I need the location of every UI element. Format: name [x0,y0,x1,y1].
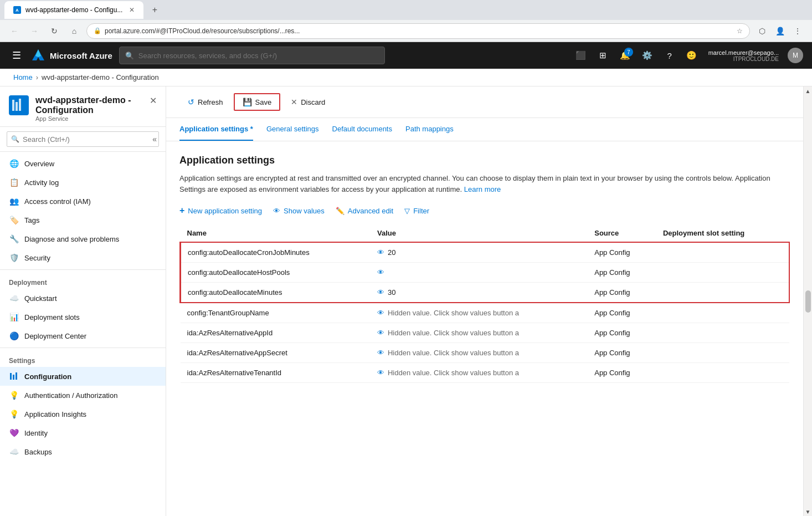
table-row[interactable]: ida:AzResAlternativeAppSecret 👁 Hidden v… [181,343,790,363]
star-icon[interactable]: ☆ [737,27,743,35]
tab-application-settings[interactable]: Application settings * [179,118,253,141]
table-row[interactable]: config:autoDeallocateMinutes 👁 30 App Co… [181,283,790,303]
sidebar-label-diagnose: Diagnose and solve problems [24,235,119,243]
learn-more-link[interactable]: Learn more [464,185,501,193]
notifications-button[interactable]: 🔔 7 [615,45,635,65]
right-scrollbar[interactable]: ▲ ▼ [803,86,812,516]
tab-default-documents[interactable]: Default documents [332,118,392,141]
sidebar-section-deployment: Deployment [0,272,166,289]
sidebar-item-deployment-center[interactable]: 🔵 Deployment Center [0,326,166,345]
setting-deployment [656,323,789,343]
sidebar-item-auth-authorization[interactable]: 💡 Authentication / Authorization [0,386,166,405]
hamburger-menu[interactable]: ☰ [9,46,24,65]
sidebar-item-access-control[interactable]: 👥 Access control (IAM) [0,192,166,211]
security-icon: 🛡️ [9,253,19,263]
address-bar[interactable]: 🔒 portal.azure.com/#@ITProCloud.de/resou… [86,23,750,39]
table-row[interactable]: ida:AzResAlternativeTenantId 👁 Hidden va… [181,363,790,383]
sidebar-item-activity-log[interactable]: 📋 Activity log [0,173,166,192]
tab-close-icon[interactable]: ✕ [129,6,135,14]
global-search-input[interactable] [138,52,379,60]
sidebar-item-security[interactable]: 🛡️ Security [0,248,166,267]
sidebar-item-identity[interactable]: 💜 Identity [0,423,166,442]
menu-button[interactable]: ⋮ [790,23,805,39]
sidebar-item-diagnose[interactable]: 🔧 Diagnose and solve problems [0,229,166,248]
table-row[interactable]: config:TenantGroupName 👁 Hidden value. C… [181,303,790,323]
portal-menu-button[interactable]: ⊞ [593,45,613,65]
plus-icon: + [179,206,184,216]
tab-general-settings[interactable]: General settings [266,118,319,141]
refresh-button[interactable]: ↺ Refresh [179,94,232,110]
save-button[interactable]: 💾 Save [234,93,281,111]
forward-button[interactable]: → [27,23,42,39]
new-tab-button[interactable]: + [147,2,162,18]
tags-icon: 🏷️ [9,215,19,225]
global-search-bar[interactable]: 🔍 [119,47,385,64]
diagnose-icon: 🔧 [9,234,19,244]
eye-icon: 👁 [273,207,280,215]
search-icon: 🔍 [125,52,134,60]
sidebar-item-deployment-slots[interactable]: 📊 Deployment slots [0,308,166,326]
sidebar-item-configuration[interactable]: Configuration [0,367,166,386]
user-info: marcel.meurer@sepago... ITPROCLOUD.DE [704,49,783,62]
new-application-setting-button[interactable]: + New application setting [179,206,262,216]
sidebar-item-backups[interactable]: ☁️ Backups [0,442,166,461]
home-button[interactable]: ⌂ [66,23,82,39]
url-text: portal.azure.com/#@ITProCloud.de/resourc… [105,27,300,35]
advanced-edit-button[interactable]: ✏️ Advanced edit [336,207,393,215]
settings-button[interactable]: ⚙️ [638,45,657,65]
user-avatar[interactable]: M [788,48,803,63]
scroll-thumb[interactable] [805,290,811,313]
discard-button[interactable]: ✕ Discard [282,94,333,110]
feedback-button[interactable]: 🙂 [682,45,702,65]
setting-source: App Config [588,343,656,363]
breadcrumb: Home › wvd-appstarter-demo - Configurati… [0,69,812,86]
toolbar: ↺ Refresh 💾 Save ✕ Discard [166,86,803,118]
tab-path-mappings[interactable]: Path mappings [405,118,454,141]
setting-name: config:autoDeallocateHostPools [181,263,371,283]
sidebar-search-input[interactable] [7,131,159,147]
sidebar-label-identity: Identity [24,429,48,437]
profile-button[interactable]: 👤 [772,23,788,39]
table-row[interactable]: config:autoDeallocateHostPools 👁 App Con… [181,263,790,283]
breadcrumb-home[interactable]: Home [13,73,33,81]
sidebar-item-tags[interactable]: 🏷️ Tags [0,211,166,229]
back-button[interactable]: ← [7,23,22,39]
browser-action-buttons: ⬡ 👤 ⋮ [754,23,805,39]
user-org: ITPROCLOUD.DE [733,56,779,62]
sidebar-label-activity-log: Activity log [24,178,59,187]
quickstart-icon: ☁️ [9,293,19,303]
azure-logo-icon [31,48,45,63]
sidebar-item-application-insights[interactable]: 💡 Application Insights [0,405,166,423]
panel-title-group: wvd-appstarter-demo - Configuration App … [35,95,143,122]
filter-button[interactable]: ▽ Filter [404,207,429,215]
question-icon: ? [667,51,672,60]
tab-label-general-settings: General settings [266,125,319,133]
tab-label-application-settings: Application settings [179,125,248,133]
table-row[interactable]: config:autoDeallocateCronJobMinutes 👁 20… [181,242,790,263]
scroll-up-arrow[interactable]: ▲ [804,86,813,95]
setting-source: App Config [588,242,656,263]
refresh-button[interactable]: ↻ [47,23,62,39]
overview-icon: 🌐 [9,159,19,168]
help-button[interactable]: ? [660,45,680,65]
table-row[interactable]: ida:AzResAlternativeAppId 👁 Hidden value… [181,323,790,343]
scroll-down-arrow[interactable]: ▼ [804,507,813,516]
setting-value: 👁 Hidden value. Click show values button… [371,343,588,363]
sidebar-label-overview: Overview [24,160,54,168]
cloud-shell-button[interactable]: ⬛ [571,45,591,65]
setting-name: config:autoDeallocateMinutes [181,283,371,303]
tab-label-path-mappings: Path mappings [405,125,454,133]
filter-label: Filter [413,207,429,215]
deployment-center-icon: 🔵 [9,331,19,341]
sidebar-item-overview[interactable]: 🌐 Overview [0,154,166,173]
svg-rect-3 [19,99,21,111]
sidebar-item-quickstart[interactable]: ☁️ Quickstart [0,289,166,308]
panel-close-button[interactable]: ✕ [150,95,157,106]
show-values-button[interactable]: 👁 Show values [273,207,325,215]
extensions-button[interactable]: ⬡ [754,23,770,39]
browser-tab[interactable]: A wvd-appstarter-demo - Configu... ✕ [4,1,143,19]
cloud-shell-icon: ⬛ [575,50,586,60]
tab-title: wvd-appstarter-demo - Configu... [25,6,122,14]
user-profile-group[interactable]: marcel.meurer@sepago... ITPROCLOUD.DE M [704,48,803,63]
collapse-panel-button[interactable]: « [152,135,157,144]
